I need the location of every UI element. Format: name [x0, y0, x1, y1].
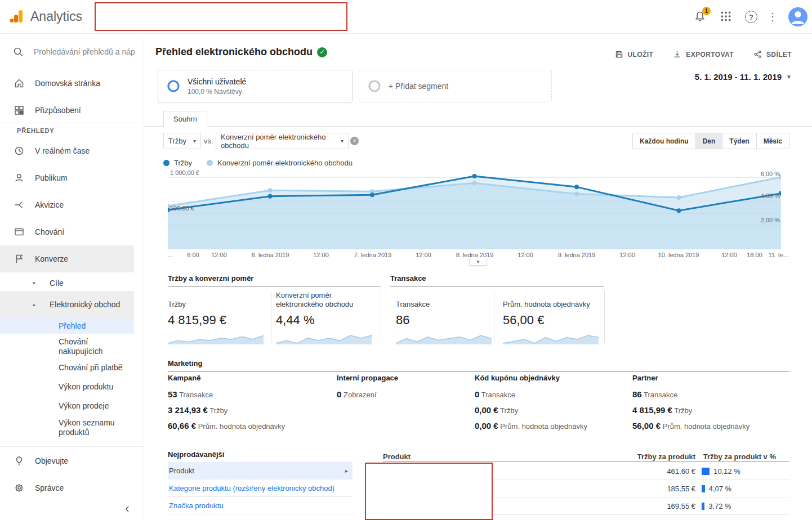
metric-value: 0,00 €	[475, 405, 498, 415]
table-header-product[interactable]: Produkt	[383, 452, 411, 461]
collapse-sidebar-button[interactable]: ‹	[119, 501, 135, 517]
sidebar-item-customization[interactable]: Přizpůsobení	[0, 99, 144, 122]
notifications-button[interactable]: 1	[694, 10, 707, 24]
lightbulb-icon	[14, 455, 25, 467]
scorecard-revenue: Tržby 4 815,99 €	[168, 290, 267, 347]
sidebar-item-discover[interactable]: Objevujte	[0, 450, 144, 472]
save-button-label: ULOŽIT	[628, 51, 654, 59]
metric-select-secondary[interactable]: Konverzní poměr elektronického obchodu ▾	[216, 133, 349, 149]
scorecard-value[interactable]: 56,00 €	[503, 313, 604, 328]
more-options-button[interactable]: ⋮	[766, 10, 779, 24]
page-title: Přehled elektronického obchodu ✓	[155, 46, 327, 58]
sidebar-item-home[interactable]: Domovská stránka	[0, 72, 144, 95]
x-axis-label: 12:00	[416, 252, 431, 258]
metric-label: Transakce	[644, 391, 677, 399]
sidebar-item-label: Akvizice	[35, 200, 64, 209]
behavior-icon	[14, 226, 25, 237]
sidebar-item-label: Objevujte	[35, 456, 68, 465]
share-button-label: SDÍLET	[766, 51, 792, 59]
marketing-col-campaigns: Kampaně 53 Transakce 3 214,93 € Tržby 60…	[168, 374, 331, 437]
sidebar-item-shopping-behavior[interactable]: Chování nakupujících	[0, 335, 144, 358]
sidebar-item-conversions[interactable]: Konverze	[0, 245, 134, 272]
clear-metric-button[interactable]: ×	[350, 137, 359, 145]
save-button[interactable]: ULOŽIT	[614, 50, 654, 59]
metric-select-primary[interactable]: Tržby ▾	[163, 133, 201, 149]
sidebar-item-audience[interactable]: Publikum	[0, 167, 144, 189]
legend-dot-primary	[163, 160, 169, 166]
granularity-week[interactable]: Týden	[722, 133, 756, 149]
sidebar-item-behavior[interactable]: Chování	[0, 221, 144, 243]
scorecard-value[interactable]: 4 815,99 €	[168, 313, 267, 328]
sidebar-item-product-list-performance[interactable]: Výkon seznamu produktů	[0, 416, 144, 440]
expand-table-handle[interactable]: ▼	[469, 258, 487, 266]
sidebar-item-label: Elektronický obchod	[50, 300, 123, 310]
chevron-down-icon: ▼	[786, 74, 792, 80]
metric-value: 0	[337, 389, 341, 399]
sidebar-item-sales-performance[interactable]: Výkon prodeje	[0, 398, 144, 414]
dimension-item-product-category[interactable]: Kategorie produktu (rozšířený elektronic…	[168, 479, 353, 497]
add-segment-button[interactable]: + Přidat segment	[359, 70, 552, 102]
scorecard-value[interactable]: 4,44 %	[276, 313, 375, 328]
help-button[interactable]: ?	[745, 11, 759, 24]
granularity-hourly[interactable]: Každou hodinu	[633, 133, 695, 149]
x-axis-label: 9. ledna 2019	[558, 252, 596, 258]
dimension-item-product-brand[interactable]: Značka produktu	[168, 497, 353, 514]
sidebar-item-admin[interactable]: Správce	[0, 477, 144, 499]
metric-value: 53	[168, 389, 177, 399]
sidebar-item-product-performance[interactable]: Výkon produktu	[0, 379, 144, 395]
analytics-logo[interactable]: Analytics	[8, 8, 82, 25]
sidebar-item-ecom-overview[interactable]: Přehled	[0, 318, 134, 334]
x-axis-label: 10. ledna 2019	[658, 252, 699, 258]
tab-summary[interactable]: Souhrn	[163, 111, 207, 127]
left-nav: Domovská stránka Přizpůsobení PŘEHLEDY V…	[0, 34, 144, 520]
sidebar-item-label: Chování	[35, 227, 64, 236]
account-avatar[interactable]	[788, 7, 807, 26]
add-segment-label: + Přidat segment	[389, 82, 448, 91]
report-search[interactable]	[0, 41, 144, 63]
scorecard-value[interactable]: 86	[396, 313, 490, 328]
granularity-day[interactable]: Den	[695, 133, 722, 149]
sidebar-item-acquisition[interactable]: Akvizice	[0, 194, 144, 216]
export-button[interactable]: EXPORTOVAT	[672, 50, 734, 59]
x-axis-label: 12:00	[211, 252, 227, 258]
sidebar-item-checkout-behavior[interactable]: Chování při platbě	[0, 360, 144, 375]
cell-revenue: 169,55 €	[583, 502, 695, 510]
metric-label: Tržby	[674, 406, 692, 415]
share-button[interactable]: SDÍLET	[753, 50, 792, 59]
apps-grid-button[interactable]	[720, 10, 733, 24]
x-axis-label: 7. ledna 2019	[354, 252, 392, 258]
metric-label: Prům. hodnota objednávky	[198, 422, 285, 431]
segment-subtitle: 100,0 % Návštěvy	[188, 88, 246, 96]
metric-secondary-label: Konverzní poměr elektronického obchodu	[221, 133, 341, 150]
sparkline	[503, 333, 599, 344]
dimension-item-product[interactable]: Produkt ▸	[168, 462, 353, 479]
metric-value: 0,00 €	[475, 421, 498, 431]
timeseries-chart[interactable]: 1 000,00 € 500,00 € 6,00 % 4,00 % 2,00 %	[168, 172, 781, 249]
table-header-revenue[interactable]: Tržby za produkt	[583, 452, 695, 461]
date-range-picker[interactable]: 5. 1. 2019 - 11. 1. 2019 ▼	[695, 72, 792, 82]
segment-title: Všichni uživatelé	[188, 77, 246, 86]
legend-label: Tržby	[174, 159, 192, 167]
scorecard-label: Prům. hodnota objednávky	[503, 290, 604, 309]
cell-revenue-percent: 4,07 %	[702, 485, 731, 493]
x-axis-label: 8. ledna 2019	[456, 252, 494, 258]
date-range-text: 5. 1. 2019 - 11. 1. 2019	[695, 72, 782, 82]
sidebar-item-ecommerce[interactable]: ▴ Elektronický obchod	[0, 291, 134, 318]
search-input[interactable]	[34, 47, 135, 56]
apps-grid-icon	[720, 10, 732, 23]
sidebar-item-goals[interactable]: ▾ Cíle	[0, 275, 144, 291]
scorecard-label: Konverzní poměr elektronického obchodu	[276, 290, 375, 309]
segment-ring-icon	[166, 79, 181, 93]
granularity-month[interactable]: Měsíc	[756, 133, 789, 149]
segment-all-users[interactable]: Všichni uživatelé 100,0 % Návštěvy	[158, 70, 353, 102]
dimension-label: Produkt	[169, 467, 194, 475]
sparkline	[276, 333, 372, 344]
sidebar-item-label: Publikum	[35, 173, 68, 182]
marketing-col-title: Kód kupónu objednávky	[475, 374, 630, 382]
scorecard-label: Tržby	[168, 290, 267, 309]
sidebar-item-realtime[interactable]: V reálném čase	[0, 140, 144, 162]
granularity-toggle: Každou hodinu Den Týden Měsíc	[632, 133, 789, 149]
customization-icon	[14, 105, 25, 116]
chevron-right-icon: ▸	[345, 468, 348, 474]
table-header-revenue-percent[interactable]: Tržby za produkt v %	[680, 452, 776, 461]
